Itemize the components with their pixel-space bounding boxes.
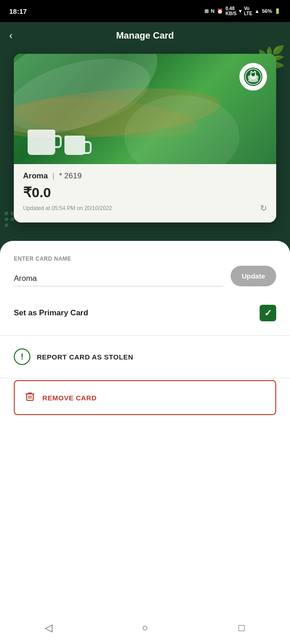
card-name-input-wrapper xyxy=(14,274,223,286)
refresh-button[interactable]: ↻ xyxy=(260,203,267,213)
alarm-icon: ⏰ xyxy=(217,8,223,14)
alert-icon: ! xyxy=(14,348,30,365)
report-stolen-row[interactable]: ! REPORT CARD AS STOLEN xyxy=(14,336,276,378)
checkmark-icon: ✓ xyxy=(264,308,272,319)
primary-card-label: Set as Primary Card xyxy=(14,308,88,318)
card-updated-text: Updated at 05:54 PM on 20/10/2022 xyxy=(23,205,112,211)
primary-card-row: Set as Primary Card ✓ xyxy=(14,300,276,331)
lte-icon: VoLTE xyxy=(244,6,252,16)
trash-icon xyxy=(24,390,36,405)
nav-back-icon: ◁ xyxy=(45,622,52,634)
report-stolen-label: REPORT CARD AS STOLEN xyxy=(37,353,133,361)
signal-icon: ▲ xyxy=(255,8,260,14)
card-image xyxy=(14,54,276,164)
status-icons: ⊞ N ⏰ 0.48KB/S ▾ VoLTE ▲ 56% 🔋 xyxy=(204,6,281,16)
card-info: Aroma | * 2619 ₹0.0 Updated at 05:54 PM … xyxy=(14,164,276,222)
card-name-input[interactable] xyxy=(14,274,223,283)
back-button[interactable]: ‹ xyxy=(9,30,12,42)
cup-small xyxy=(64,136,85,155)
remove-card-row[interactable]: REMOVE CARD xyxy=(14,380,276,415)
android-nav-bar: ◁ ○ □ xyxy=(0,612,290,644)
teams-icon: ⊞ xyxy=(204,8,209,14)
nav-back-button[interactable]: ◁ xyxy=(35,614,62,642)
divider-2 xyxy=(0,378,290,378)
status-bar: 18:17 ⊞ N ⏰ 0.48KB/S ▾ VoLTE ▲ 56% 🔋 xyxy=(0,0,290,22)
card-name-section: ENTER CARD NAME Update xyxy=(14,256,276,286)
nfc-icon: N xyxy=(211,8,215,14)
card-balance: ₹0.0 xyxy=(23,184,267,200)
page-header: ‹ Manage Card xyxy=(0,22,290,49)
starbucks-card: Aroma | * 2619 ₹0.0 Updated at 05:54 PM … xyxy=(14,54,276,222)
remove-card-label: REMOVE CARD xyxy=(42,394,97,402)
nav-recents-icon: □ xyxy=(238,622,244,634)
starbucks-logo xyxy=(239,63,267,91)
dots-decoration xyxy=(5,211,14,227)
card-number: * 2619 xyxy=(59,171,81,181)
data-icon: 0.48KB/S xyxy=(226,6,237,16)
bottom-panel: ENTER CARD NAME Update Set as Primary Ca… xyxy=(0,241,290,612)
nav-home-button[interactable]: ○ xyxy=(131,614,159,642)
card-name-row: Update xyxy=(14,266,276,286)
battery-percent: 56% xyxy=(262,8,272,14)
cup-large xyxy=(28,130,55,155)
primary-card-checkbox[interactable]: ✓ xyxy=(260,305,276,321)
nav-home-icon: ○ xyxy=(142,622,148,634)
card-name-label: ENTER CARD NAME xyxy=(14,256,276,262)
cups-decoration xyxy=(28,130,85,155)
nav-recents-button[interactable]: □ xyxy=(228,614,255,642)
status-time: 18:17 xyxy=(9,7,27,15)
card-area: 🌿 ✦ ✦ xyxy=(0,49,290,236)
card-updated-row: Updated at 05:54 PM on 20/10/2022 ↻ xyxy=(23,203,267,213)
update-button[interactable]: Update xyxy=(231,266,276,286)
page-title: Manage Card xyxy=(116,30,174,41)
wifi-icon: ▾ xyxy=(239,8,242,14)
card-name: Aroma xyxy=(23,171,48,181)
battery-icon: 🔋 xyxy=(274,8,281,14)
card-name-divider: | xyxy=(52,171,54,181)
